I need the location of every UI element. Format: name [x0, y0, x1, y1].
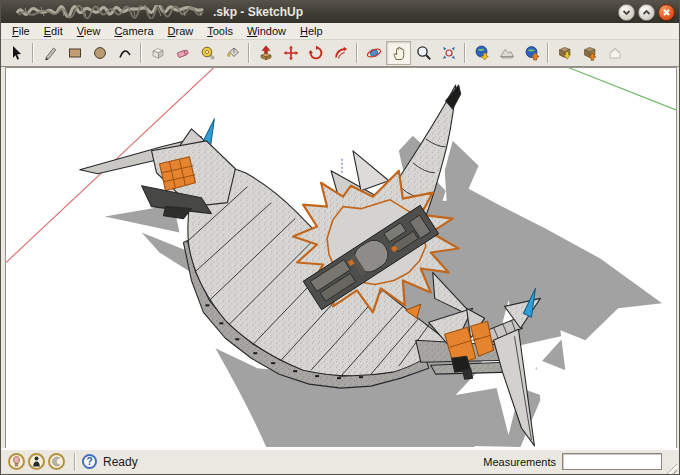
orbit-icon	[366, 45, 382, 61]
pan-tool-button[interactable]	[386, 41, 411, 65]
select-arrow-icon	[9, 45, 25, 61]
title-bar[interactable]: .skp - SketchUp	[1, 1, 679, 23]
paint-bucket-tool-button[interactable]	[220, 41, 245, 65]
left-wing	[80, 119, 236, 219]
menu-item-tools[interactable]: Tools	[200, 24, 240, 38]
line-tool-button[interactable]	[37, 41, 62, 65]
eraser-tool-button[interactable]	[170, 41, 195, 65]
measurements-input[interactable]	[562, 453, 662, 470]
place-model-button[interactable]	[519, 41, 544, 65]
resize-grip[interactable]	[664, 461, 677, 474]
offset-icon	[333, 45, 349, 61]
statusbar-separator	[74, 453, 76, 471]
toolbar-separator	[464, 43, 466, 63]
rectangle-tool-button[interactable]	[62, 41, 87, 65]
menu-item-camera[interactable]: Camera	[107, 24, 160, 38]
component-box-icon	[150, 45, 166, 61]
crescent-status-button[interactable]	[48, 453, 65, 470]
model-credit-button[interactable]	[8, 453, 25, 470]
close-icon	[661, 7, 672, 18]
globe-download-icon	[474, 45, 490, 61]
zoom-tool-button[interactable]	[411, 41, 436, 65]
circle-tool-button[interactable]	[87, 41, 112, 65]
menu-item-file[interactable]: File	[5, 24, 37, 38]
green-axis-line	[567, 67, 676, 110]
orbit-tool-button[interactable]	[361, 41, 386, 65]
help-icon[interactable]: ?	[82, 454, 97, 469]
rectangle-icon	[67, 45, 83, 61]
arc-tool-button[interactable]	[112, 41, 137, 65]
redacted-filename-scribble	[15, 5, 211, 19]
paint-bucket-icon	[225, 45, 241, 61]
share-component-button[interactable]	[602, 41, 627, 65]
zoom-extents-icon	[441, 45, 457, 61]
warehouse-download-icon	[557, 45, 573, 61]
rotate-icon	[308, 45, 324, 61]
person-icon	[32, 456, 41, 467]
offset-tool-button[interactable]	[328, 41, 353, 65]
bulb-icon	[12, 456, 21, 467]
toggle-terrain-button[interactable]	[494, 41, 519, 65]
get-current-view-button[interactable]	[469, 41, 494, 65]
tape-measure-tool-button[interactable]	[195, 41, 220, 65]
author-credit-button[interactable]	[28, 453, 45, 470]
toolbar-separator	[547, 43, 549, 63]
sketchup-window: .skp - SketchUp File Edit View Camera Dr…	[0, 0, 680, 475]
measurements-label: Measurements	[483, 456, 562, 468]
pencil-icon	[42, 45, 58, 61]
rotate-tool-button[interactable]	[303, 41, 328, 65]
toolbar-separator	[140, 43, 142, 63]
select-tool-button[interactable]	[4, 41, 29, 65]
make-component-tool-button[interactable]	[145, 41, 170, 65]
menu-item-window[interactable]: Window	[240, 24, 293, 38]
arc-icon	[117, 45, 133, 61]
move-tool-button[interactable]	[278, 41, 303, 65]
circle-icon	[92, 45, 108, 61]
menu-item-draw[interactable]: Draw	[161, 24, 201, 38]
eraser-icon	[175, 45, 191, 61]
maximize-button[interactable]	[638, 4, 655, 21]
pan-hand-icon	[391, 45, 407, 61]
house-icon	[607, 45, 623, 61]
model-viewport[interactable]	[5, 67, 677, 448]
menu-item-edit[interactable]: Edit	[37, 24, 70, 38]
push-pull-tool-button[interactable]	[253, 41, 278, 65]
chevron-down-icon	[621, 7, 632, 18]
menu-item-help[interactable]: Help	[293, 24, 330, 38]
zoom-extents-tool-button[interactable]	[436, 41, 461, 65]
main-toolbar	[1, 40, 679, 67]
menu-item-view[interactable]: View	[70, 24, 108, 38]
terrain-icon	[499, 45, 515, 61]
toolbar-separator	[248, 43, 250, 63]
canvas-frame	[1, 67, 679, 448]
magnifier-icon	[416, 45, 432, 61]
status-bar: ? Ready Measurements	[1, 448, 679, 474]
minimize-button[interactable]	[618, 4, 635, 21]
globe-upload-icon	[524, 45, 540, 61]
menu-bar: File Edit View Camera Draw Tools Window …	[1, 23, 679, 40]
status-text: Ready	[103, 455, 138, 469]
chevron-up-icon	[641, 7, 652, 18]
warehouse-upload-icon	[582, 45, 598, 61]
push-pull-icon	[258, 45, 274, 61]
window-title: .skp - SketchUp	[213, 5, 303, 19]
right-wing-dark-detail-2	[463, 368, 473, 379]
toolbar-separator	[32, 43, 34, 63]
close-button[interactable]	[658, 4, 675, 21]
get-models-button[interactable]	[552, 41, 577, 65]
move-icon	[283, 45, 299, 61]
toolbar-separator	[356, 43, 358, 63]
tape-measure-icon	[200, 45, 216, 61]
share-models-button[interactable]	[577, 41, 602, 65]
crescent-icon	[51, 456, 62, 467]
